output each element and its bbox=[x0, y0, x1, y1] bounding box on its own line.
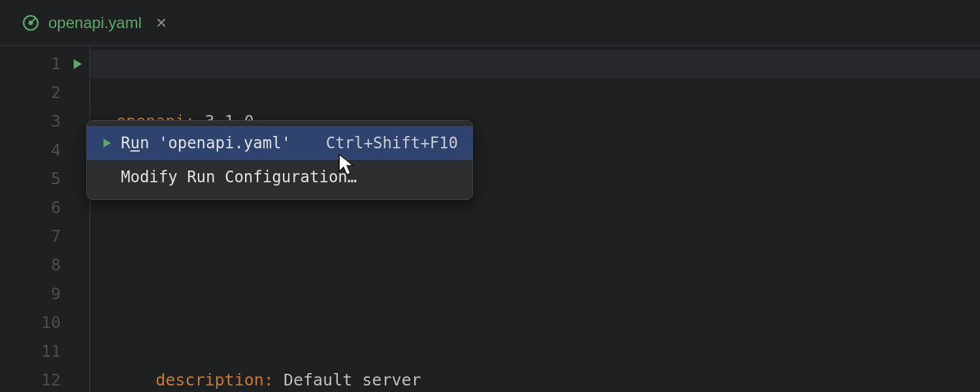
gutter-line[interactable]: 6 bbox=[0, 193, 90, 222]
gutter-line[interactable]: 12 bbox=[0, 366, 90, 392]
gutter-line[interactable]: 8 bbox=[0, 251, 90, 280]
gutter-line[interactable]: 10 bbox=[0, 308, 90, 337]
run-context-menu: Run 'openapi.yaml' Ctrl+Shift+F10 Modify… bbox=[86, 120, 473, 200]
file-tab[interactable]: openapi.yaml × bbox=[13, 7, 181, 39]
gutter-line[interactable]: 9 bbox=[0, 280, 90, 308]
gutter-line[interactable]: 5 bbox=[0, 165, 90, 193]
code-editor[interactable]: 1 2 3 4 5 6 7 8 9 10 11 12 openapi: 3.1.… bbox=[0, 46, 980, 392]
gutter-line[interactable]: 11 bbox=[0, 337, 90, 366]
editor-tab-bar: openapi.yaml × bbox=[0, 0, 980, 46]
gutter-line[interactable]: 3 bbox=[0, 107, 90, 136]
run-gutter-icon[interactable] bbox=[71, 57, 84, 71]
menu-label-modify: Modify Run Configuration… bbox=[121, 163, 458, 191]
menu-item-modify-run-config[interactable]: Modify Run Configuration… bbox=[87, 160, 472, 194]
tab-filename: openapi.yaml bbox=[48, 14, 142, 32]
code-line-4: description: Default server bbox=[116, 366, 932, 392]
gutter-line-1[interactable]: 1 bbox=[0, 50, 90, 78]
menu-label-run: Run 'openapi.yaml' bbox=[121, 129, 326, 157]
gutter-line[interactable]: 2 bbox=[0, 78, 90, 107]
openapi-file-icon bbox=[22, 14, 39, 31]
gutter-line[interactable]: 4 bbox=[0, 136, 90, 165]
menu-item-run[interactable]: Run 'openapi.yaml' Ctrl+Shift+F10 bbox=[87, 126, 472, 160]
play-icon bbox=[101, 137, 121, 149]
gutter-line[interactable]: 7 bbox=[0, 222, 90, 251]
svg-marker-4 bbox=[103, 139, 110, 148]
code-line-3 bbox=[116, 280, 932, 308]
menu-shortcut-run: Ctrl+Shift+F10 bbox=[326, 129, 458, 157]
svg-line-2 bbox=[31, 18, 36, 23]
close-tab-icon[interactable]: × bbox=[151, 14, 172, 32]
code-area[interactable]: openapi: 3.1.0 description: Default serv… bbox=[90, 46, 932, 392]
line-number-gutter: 1 2 3 4 5 6 7 8 9 10 11 12 bbox=[0, 46, 90, 392]
svg-marker-3 bbox=[74, 59, 82, 69]
